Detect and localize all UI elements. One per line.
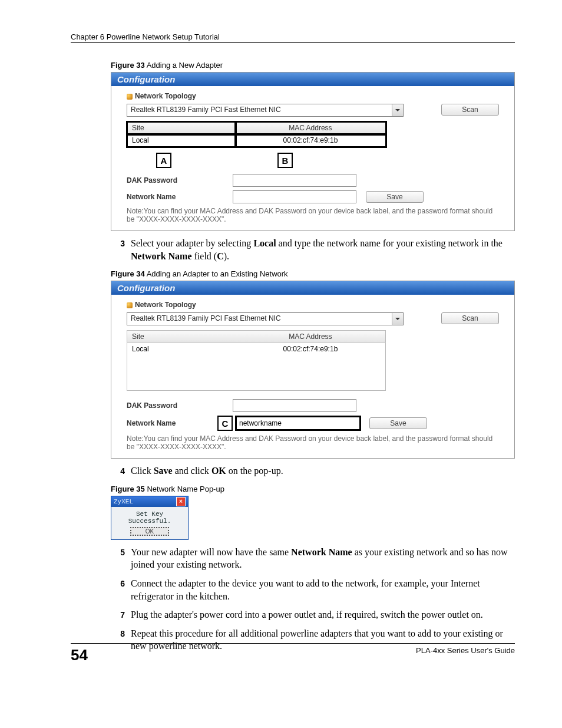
step-number: 7 [111,610,125,621]
marker-a: A [156,153,171,168]
dak-password-input[interactable] [233,174,356,187]
table-row[interactable]: Local 00:02:cf:74:e9:1b [127,134,386,147]
chevron-down-icon[interactable] [392,313,403,325]
adapter-grid[interactable]: Site MAC Address Local 00:02:cf:74:e9:1b [127,330,386,391]
step-4: 4Click Save and click OK on the pop-up. [131,465,515,477]
config-titlebar: Configuration [111,281,514,295]
network-name-input[interactable] [236,417,360,430]
figure-33-caption: Figure 33 Adding a New Adapter [111,61,515,70]
scan-button[interactable]: Scan [441,104,499,116]
popup-brand: ZyXEL [114,498,133,505]
figure-35-label: Figure 35 [111,485,145,493]
close-icon[interactable]: × [176,497,186,506]
note-text: Note:You can find your MAC Address and D… [127,207,499,223]
config-titlebar: Configuration [111,73,514,86]
page-footer: 54 PLA-4xx Series User's Guide [71,643,515,664]
figure-34-label: Figure 34 [111,269,145,278]
dak-password-label: DAK Password [127,176,233,185]
network-name-input[interactable] [233,190,356,203]
table-row [127,378,386,391]
figure-33-title: Adding a New Adapter [145,61,223,70]
step-7: 7Plug the adapter's power cord into a po… [131,608,515,621]
step-number: 4 [111,466,125,477]
network-topology-heading: Network Topology [127,301,499,309]
step-3: 3Select your adapter by selecting Local … [131,237,515,262]
step-number: 5 [111,547,125,558]
grid-cell-mac: 00:02:cf:74:e9:1b [236,134,386,147]
popup-titlebar: ZyXEL × [111,496,188,507]
figure-34-caption: Figure 34 Adding an Adapter to an Existi… [111,269,515,278]
page-number: 54 [71,646,88,664]
step-5: 5Your new adapter will now have the same… [131,546,515,571]
figure-33-panel: Configuration Network Topology Realtek R… [111,72,515,231]
step-number: 3 [111,238,125,249]
nic-select-value: Realtek RTL8139 Family PCI Fast Ethernet… [127,313,392,325]
dak-password-input[interactable] [233,399,356,412]
note-text: Note:You can find your MAC Address and D… [127,434,499,451]
marker-c: C [217,416,233,431]
network-name-label: Network Name [127,419,217,427]
grid-col-mac: MAC Address [236,331,386,343]
dak-password-label: DAK Password [127,401,233,410]
figure-33-label: Figure 33 [111,61,145,70]
marker-b: B [277,153,293,168]
table-row [127,355,386,367]
chapter-header: Chapter 6 Powerline Network Setup Tutori… [71,32,515,43]
table-row[interactable]: Local 00:02:cf:74:e9:1b [127,343,386,355]
network-topology-heading: Network Topology [127,92,499,100]
grid-cell-mac: 00:02:cf:74:e9:1b [236,343,386,355]
nic-select[interactable]: Realtek RTL8139 Family PCI Fast Ethernet… [127,104,404,117]
figure-35-caption: Figure 35 Network Name Pop-up [111,485,515,493]
grid-col-site: Site [127,331,236,343]
adapter-grid[interactable]: Site MAC Address Local 00:02:cf:74:e9:1b [127,121,386,147]
figure-35-title: Network Name Pop-up [145,485,224,493]
table-row [127,367,386,378]
save-button[interactable]: Save [369,417,427,429]
network-name-label: Network Name [127,193,233,201]
chevron-down-icon[interactable] [392,104,403,116]
figure-34-panel: Configuration Network Topology Realtek R… [111,281,515,459]
ok-button[interactable]: OK [130,527,169,536]
guide-title: PLA-4xx Series User's Guide [416,646,515,655]
popup-dialog: ZyXEL × Set Key Successful. OK [111,496,189,540]
grid-col-mac: MAC Address [236,122,386,134]
step-number: 6 [111,578,125,589]
popup-message: Set Key Successful. [115,510,184,525]
figure-34-title: Adding an Adapter to an Existing Network [145,269,288,278]
step-number: 8 [111,628,125,640]
save-button[interactable]: Save [366,191,424,203]
step-6: 6Connect the adapter to the device you w… [131,577,515,602]
nic-select[interactable]: Realtek RTL8139 Family PCI Fast Ethernet… [127,312,404,325]
scan-button[interactable]: Scan [441,312,499,324]
grid-col-site: Site [127,122,236,134]
grid-cell-site: Local [127,343,236,355]
nic-select-value: Realtek RTL8139 Family PCI Fast Ethernet… [127,104,392,116]
grid-cell-site: Local [127,134,236,147]
